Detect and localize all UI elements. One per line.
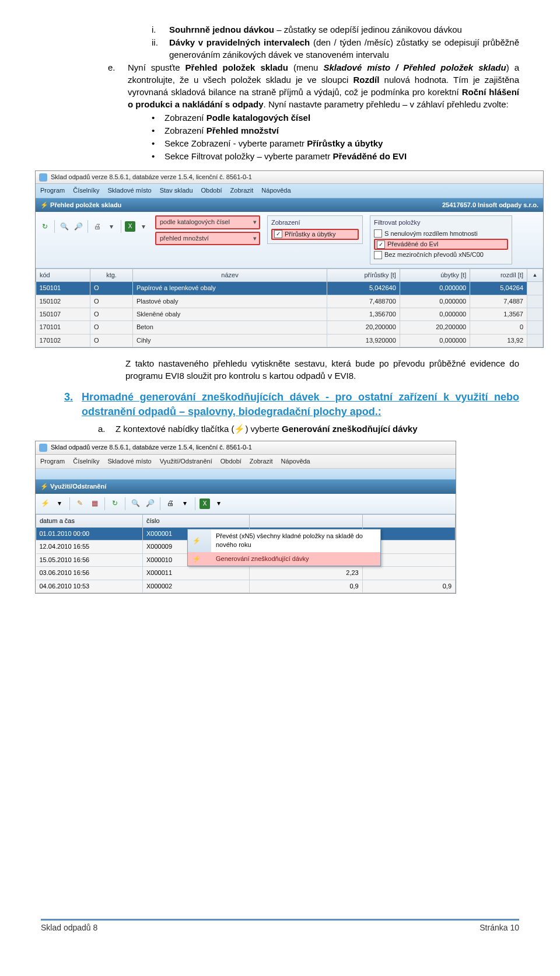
column-header[interactable]: [250, 514, 363, 527]
context-menu-item-generovani[interactable]: ⚡ Generování zneškodňující dávky: [188, 552, 380, 566]
bullet-mark: •: [152, 150, 164, 162]
bullet-mark: •: [152, 111, 164, 124]
checkbox-prevadene[interactable]: ✓Převáděné do EvI: [374, 239, 508, 250]
checkbox-prirustky[interactable]: ✓Přírůstky a úbytky: [271, 229, 359, 240]
search-icon[interactable]: 🔍: [130, 498, 141, 510]
list-item-ii: Dávky v pravidelných intervalech (den / …: [169, 36, 519, 61]
list-item-i-rest: – zůstatky se odepíší jedinou zánikovou …: [274, 25, 462, 34]
menu-item[interactable]: Program: [40, 457, 65, 466]
list-item-i: Souhrnně jednou dávkou – zůstatky se ode…: [169, 23, 519, 36]
bullet-item: Zobrazení Podle katalogových čísel: [164, 111, 519, 124]
column-header[interactable]: datum a čas: [36, 514, 143, 527]
list-item-ii-bold: Dávky v pravidelných intervalech: [169, 37, 310, 47]
table-row[interactable]: 170102OCihly13,9200000,00000013,92: [36, 334, 543, 347]
list-mark-e: e.: [108, 61, 128, 110]
bullet-mark: •: [152, 137, 164, 149]
lightning-icon-inline: ⚡: [234, 424, 245, 434]
bullet-item: Zobrazení Přehled množství: [164, 124, 519, 137]
list-item-i-bold: Souhrnně jednou dávkou: [169, 25, 274, 34]
heading3-number: 3.: [64, 390, 82, 419]
menu-item[interactable]: Období: [201, 186, 222, 195]
lightning-button[interactable]: ⚡: [39, 498, 51, 510]
footer-right: Stránka 10: [480, 922, 519, 934]
menu-item[interactable]: Stav skladu: [160, 186, 193, 195]
page-footer: Sklad odpadů 8 Stránka 10: [41, 919, 519, 934]
table-row[interactable]: 04.06.2010 10:53X0000020,90,9: [36, 580, 456, 592]
section-title: Přehled položek skladu: [50, 201, 121, 208]
menu-item[interactable]: Období: [220, 457, 242, 466]
column-header[interactable]: název: [133, 269, 327, 281]
excel-icon[interactable]: X: [200, 499, 210, 509]
combo-katalog[interactable]: podle katalogových čísel: [155, 215, 260, 229]
excel-dropdown-icon[interactable]: ▾: [138, 221, 149, 232]
checkbox-nenulovy[interactable]: S nenulovým rozdílem hmotnosti: [374, 229, 508, 239]
window-title: Sklad odpadů verze 8.5.6.1, databáze ver…: [51, 443, 252, 452]
column-header[interactable]: kód: [36, 269, 90, 281]
menu-item[interactable]: Zobrazit: [230, 186, 254, 195]
table-row[interactable]: 170101OBeton20,20000020,2000000: [36, 321, 543, 334]
window-title: Sklad odpadů verze 8.5.6.1, databáze ver…: [51, 173, 252, 182]
column-header[interactable]: rozdíl [t]: [470, 269, 527, 281]
column-header[interactable]: [362, 514, 455, 527]
menu-item[interactable]: Využití/Odstranění: [160, 457, 212, 466]
refresh-icon[interactable]: ↻: [109, 498, 121, 510]
menu-item[interactable]: Skladové místo: [107, 457, 151, 466]
excel-icon[interactable]: X: [125, 221, 135, 232]
print-icon[interactable]: 🖨: [164, 498, 176, 510]
panel-filter-title: Filtrovat položky: [374, 218, 508, 227]
heading3-text: Hromadné generování zneškodňujících dáve…: [82, 390, 519, 419]
panel-zobrazeni-title: Zobrazení: [271, 218, 359, 227]
menu-item[interactable]: Skladové místo: [107, 186, 151, 195]
lightning-icon: ⚡: [192, 555, 201, 562]
menu-item[interactable]: Nápověda: [281, 457, 310, 466]
footer-left: Sklad odpadů 8: [41, 922, 97, 934]
app-icon: [39, 173, 47, 182]
lightning-icon: ⚡: [192, 537, 201, 544]
list-mark-a: a.: [98, 423, 116, 435]
bullet-item: Sekce Filtrovat položky – vyberte parame…: [164, 150, 519, 162]
excel-dropdown-icon[interactable]: ▾: [213, 498, 225, 510]
section-right-text: 25417657.0 Inisoft odpady s.r.o.: [442, 201, 538, 210]
screenshot-vyuziti-odstraneni: Sklad odpadů verze 8.5.6.1, databáze ver…: [35, 441, 456, 594]
lightning-icon: ⚡: [40, 201, 48, 208]
checkbox-bezmez[interactable]: Bez meziročních převodů xN5/C00: [374, 250, 508, 260]
column-header[interactable]: číslo: [143, 514, 250, 527]
bullet-mark: •: [152, 124, 164, 137]
table-row[interactable]: 03.06.2010 16:56X0000112,23: [36, 567, 456, 580]
list-item-a: Z kontextové nabídky tlačítka (⚡) vybert…: [116, 423, 519, 435]
print-dropdown-icon[interactable]: ▾: [106, 221, 117, 232]
lightning-dropdown[interactable]: ▾: [54, 498, 65, 510]
column-header[interactable]: přírůstky [t]: [327, 269, 400, 281]
combo-mnozstvi[interactable]: přehled množství: [155, 232, 260, 245]
bullet-item: Sekce Zobrazení - vyberte parametr Přírů…: [164, 137, 519, 149]
list-item-e: Nyní spusťte Přehled položek skladu (men…: [128, 61, 519, 110]
refresh-icon[interactable]: ↻: [39, 221, 51, 232]
section-title: Využití/Odstranění: [50, 483, 106, 490]
screenshot-prehled-polozek: Sklad odpadů verze 8.5.6.1, databáze ver…: [35, 170, 544, 348]
context-menu-item[interactable]: ⚡ Převést (xN5) všechny kladné položky n…: [188, 529, 380, 552]
menu-item[interactable]: Zobrazit: [250, 457, 273, 466]
column-header[interactable]: ktg.: [90, 269, 133, 281]
menu-item[interactable]: Číselníky: [73, 186, 99, 195]
menu-item[interactable]: Program: [40, 186, 65, 195]
search-down-icon[interactable]: 🔎: [72, 221, 84, 232]
table-row[interactable]: 150101OPapírové a lepenkové obaly5,04264…: [36, 282, 543, 295]
table-row[interactable]: 150107OSkleněné obaly1,3567000,0000001,3…: [36, 308, 543, 320]
delete-icon[interactable]: ▦: [89, 498, 100, 510]
text-after-shot1: Z takto nastaveného přehledu vytiskněte …: [125, 357, 519, 382]
edit-icon[interactable]: ✎: [74, 498, 86, 510]
search-down-icon[interactable]: 🔎: [144, 498, 156, 510]
table-row[interactable]: 150102OPlastové obaly7,4887000,0000007,4…: [36, 295, 543, 308]
list-mark-ii: ii.: [152, 36, 169, 61]
app-icon: [39, 444, 47, 452]
search-icon[interactable]: 🔍: [58, 221, 70, 232]
menu-item[interactable]: Číselníky: [73, 457, 99, 466]
list-mark-i: i.: [152, 23, 169, 36]
column-header[interactable]: úbytky [t]: [400, 269, 470, 281]
print-dropdown-icon[interactable]: ▾: [179, 498, 191, 510]
print-icon[interactable]: 🖨: [92, 221, 103, 232]
context-menu: ⚡ Převést (xN5) všechny kladné položky n…: [187, 529, 381, 566]
scroll-up-icon[interactable]: ▲: [527, 269, 543, 281]
lightning-icon: ⚡: [40, 483, 48, 490]
menu-item[interactable]: Nápověda: [261, 186, 290, 195]
